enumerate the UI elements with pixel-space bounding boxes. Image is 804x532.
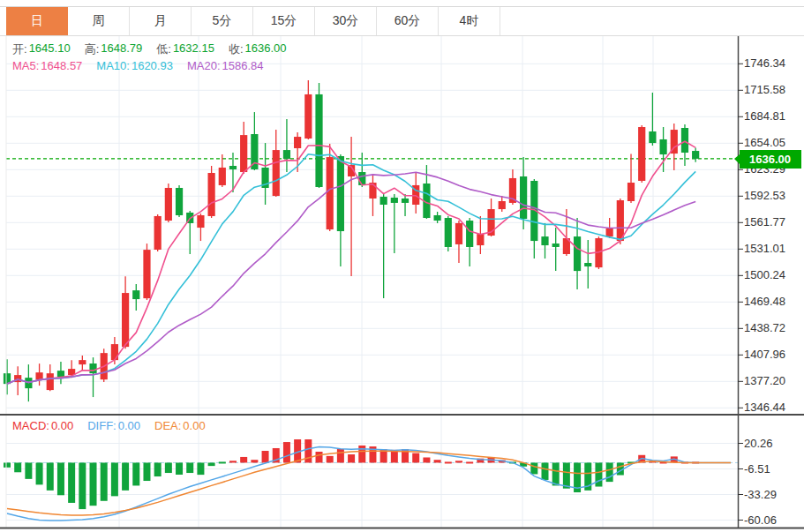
candle-body — [638, 127, 645, 181]
dea-value: 0.00 — [183, 419, 205, 432]
macd-bar — [111, 462, 118, 496]
price-axis-label: 1438.72 — [744, 321, 785, 335]
price-axis-label: 1715.58 — [744, 83, 785, 97]
candle-body — [445, 218, 452, 247]
open-label: 开: — [12, 41, 27, 57]
open-value: 1645.10 — [29, 41, 71, 57]
macd-bar — [132, 462, 139, 485]
candle-body — [358, 172, 365, 185]
macd-bar — [197, 462, 204, 475]
low-label: 低: — [156, 41, 171, 57]
candle-body — [294, 137, 301, 148]
macd-bar — [445, 461, 452, 463]
price-axis-label: 1500.24 — [744, 268, 785, 282]
tab-月[interactable]: 月 — [130, 7, 192, 35]
candle-body — [434, 215, 441, 221]
price-axis-label: 1684.81 — [744, 109, 785, 124]
tab-5分[interactable]: 5分 — [192, 7, 253, 35]
candle-body — [455, 223, 462, 244]
candle-body — [315, 94, 322, 187]
candle-body — [327, 157, 334, 229]
tab-日[interactable]: 日 — [6, 7, 68, 35]
candle-body — [89, 363, 96, 373]
macd-bar — [47, 462, 54, 490]
tab-周[interactable]: 周 — [68, 7, 130, 35]
tab-30分[interactable]: 30分 — [315, 7, 377, 35]
candle-body — [283, 150, 290, 159]
reference-lines — [6, 159, 738, 463]
low-value: 1632.15 — [173, 41, 214, 57]
period-tab-bar: 日周月5分15分30分60分4时 — [0, 6, 804, 36]
current-price-badge: 1636.00 — [740, 150, 801, 169]
ma20-label: MA20: — [187, 59, 221, 72]
price-axis-label: 1592.53 — [744, 189, 785, 203]
candle-body — [466, 221, 473, 247]
diff-value: 0.00 — [118, 419, 140, 432]
price-axis-label: 1407.96 — [744, 348, 785, 362]
price-axis-label: 1377.20 — [744, 374, 785, 388]
price-axis-label: 1746.34 — [744, 56, 785, 71]
ma20-value: 1586.84 — [222, 59, 264, 72]
macd-bar — [240, 457, 247, 462]
high-value: 1648.79 — [101, 41, 142, 57]
price-axis-label: 1561.77 — [744, 215, 785, 229]
candle-body — [391, 198, 398, 203]
candle-body — [520, 176, 527, 219]
macd-bar — [36, 462, 43, 484]
macd-bar — [337, 449, 344, 462]
macd-bar — [165, 462, 172, 473]
macd-bar — [423, 457, 430, 462]
candle-body — [79, 360, 86, 364]
macd-bar — [68, 462, 75, 502]
candle-body — [574, 236, 581, 271]
ma5-label: MA5: — [12, 59, 39, 72]
macd-bar — [563, 462, 570, 488]
ma-readout: MA5:1648.57 MA10:1620.93 MA20:1586.84 — [12, 59, 264, 72]
candle-body — [165, 188, 172, 221]
diff-label: DIFF: — [87, 419, 116, 432]
macd-bar — [90, 462, 97, 506]
chart-svg — [0, 0, 804, 532]
candle-body — [143, 250, 150, 298]
macd-bar — [251, 460, 258, 462]
macd-bar — [466, 461, 473, 463]
candle-body — [122, 293, 129, 347]
macd-bar — [25, 462, 32, 478]
macd-bar — [316, 452, 323, 462]
price-axis-label: 1531.01 — [744, 242, 785, 256]
macd-bar — [595, 462, 602, 486]
tab-60分[interactable]: 60分 — [377, 7, 439, 35]
candle-body — [477, 234, 484, 245]
candle-body — [240, 135, 247, 172]
macd-bar — [154, 462, 162, 476]
candle-body — [337, 156, 344, 231]
price-axis-label: 1469.48 — [744, 295, 785, 309]
candle-body — [380, 197, 387, 205]
candle-body — [681, 128, 688, 153]
candle-body — [649, 131, 656, 143]
macd-bar — [14, 462, 21, 472]
candle-body — [229, 166, 237, 169]
macd-axis-label: -33.29 — [744, 488, 777, 502]
macd-bar — [219, 461, 226, 463]
dea-label: DEA: — [154, 419, 181, 432]
candle-body — [617, 200, 624, 241]
macd-axis-label: 20.26 — [744, 437, 773, 451]
tab-4时[interactable]: 4时 — [439, 7, 500, 35]
macd-bar — [122, 462, 129, 490]
tab-15分[interactable]: 15分 — [253, 7, 315, 35]
candle-body — [219, 168, 226, 185]
macd-bar — [455, 461, 462, 462]
candle-body — [499, 201, 506, 209]
candle-body — [273, 150, 280, 196]
macd-bar — [229, 461, 237, 462]
macd-axis-label: -6.51 — [744, 462, 770, 476]
candles-layer — [4, 80, 699, 401]
candle-body — [208, 173, 215, 216]
candle-body — [111, 344, 118, 360]
ma5-value: 1648.57 — [41, 59, 82, 72]
macd-bar — [327, 456, 334, 463]
candle-body — [584, 263, 591, 266]
macd-label: MACD: — [12, 419, 49, 432]
close-label: 收: — [229, 41, 244, 57]
